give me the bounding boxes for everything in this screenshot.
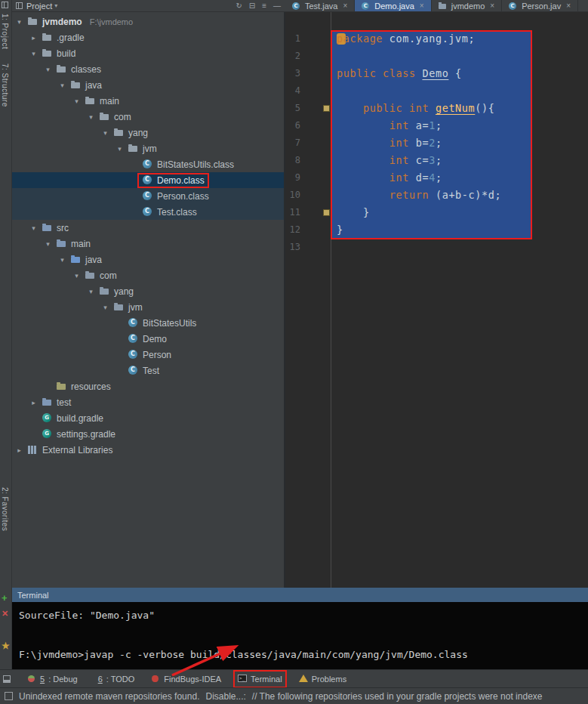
tree-item[interactable]: ▾jvmdemoF:\jvmdemo bbox=[11, 14, 284, 29]
tree-item[interactable]: Test bbox=[11, 363, 284, 378]
terminal-line: F:\jvmdemo>javap -c -verbose build/class… bbox=[19, 645, 588, 665]
hide-icon[interactable]: — bbox=[273, 1, 281, 11]
close-icon[interactable]: × bbox=[343, 2, 347, 10]
tree-item[interactable]: ▾jvm bbox=[11, 299, 284, 315]
tree-item[interactable]: ▾java bbox=[11, 77, 284, 93]
tree-item[interactable]: resources bbox=[11, 378, 284, 394]
editor-tab-jvmdemo[interactable]: jvmdemo× bbox=[432, 0, 502, 11]
tool-window-anchor-icon[interactable] bbox=[3, 675, 11, 683]
line-number[interactable]: 13 bbox=[287, 239, 300, 256]
terminal-panel-header[interactable]: Terminal bbox=[11, 588, 588, 602]
stripe-button-project[interactable]: 1: Project bbox=[1, 14, 9, 49]
tree-item[interactable]: ▸.gradle bbox=[11, 29, 284, 45]
expand-arrow-icon[interactable]: ▸ bbox=[29, 34, 38, 42]
expand-arrow-icon[interactable]: ▾ bbox=[100, 304, 110, 311]
tree-item[interactable]: ▸External Libraries bbox=[11, 442, 284, 458]
stripe-button-structure[interactable]: 7: Structure bbox=[1, 63, 9, 107]
status-detail: // The following repositories used in yo… bbox=[252, 691, 543, 702]
editor-pane[interactable]: 12345678910111213 package com.yang.jvm;p… bbox=[285, 12, 588, 588]
stripe-button-favorites[interactable]: 2: Favorites bbox=[1, 487, 9, 531]
close-icon[interactable]: ✕ bbox=[2, 609, 8, 619]
expand-arrow-icon[interactable]: ▾ bbox=[29, 224, 38, 232]
toolbar-terminal[interactable]: Terminal bbox=[238, 675, 282, 684]
favorites-star-icon[interactable]: ★ bbox=[2, 641, 10, 651]
tree-item[interactable]: Demo bbox=[11, 331, 284, 347]
expand-arrow-icon[interactable]: ▾ bbox=[100, 129, 110, 137]
tree-item[interactable]: ▾classes bbox=[11, 61, 284, 77]
toolbar-todo[interactable]: 6: TODO bbox=[94, 675, 135, 684]
expand-arrow-icon[interactable]: ▸ bbox=[29, 399, 38, 406]
chevron-down-icon[interactable]: ▾ bbox=[54, 2, 57, 9]
collapse-all-icon[interactable]: ⊟ bbox=[249, 1, 255, 11]
line-number[interactable]: 12 bbox=[287, 221, 300, 239]
editor-tab-person-jav[interactable]: Person.jav× bbox=[502, 0, 578, 11]
toolbar-problems[interactable]: Problems bbox=[299, 675, 346, 684]
tree-item[interactable]: ▾src bbox=[11, 220, 284, 236]
tree-item[interactable]: ▾main bbox=[11, 236, 284, 252]
gutter-icon[interactable] bbox=[323, 209, 330, 216]
toolbar-findbugs-idea[interactable]: FindBugs-IDEA bbox=[151, 675, 221, 684]
tree-item[interactable]: Test.class bbox=[11, 204, 284, 220]
project-tree[interactable]: ▾jvmdemoF:\jvmdemo▸.gradle▾build▾classes… bbox=[11, 12, 285, 588]
expand-arrow-icon[interactable]: ▾ bbox=[86, 288, 96, 295]
tree-node: .gradle bbox=[38, 32, 88, 44]
tree-item-hint: F:\jvmdemo bbox=[90, 17, 133, 26]
tree-item[interactable]: Person.class bbox=[11, 188, 284, 204]
gutter-icon[interactable] bbox=[323, 105, 330, 112]
tree-item[interactable]: ▾yang bbox=[11, 283, 284, 299]
line-number[interactable]: 7 bbox=[287, 134, 300, 152]
close-icon[interactable]: × bbox=[566, 2, 571, 10]
tree-item[interactable]: build.gradle bbox=[11, 410, 284, 426]
expand-arrow-icon[interactable]: ▸ bbox=[14, 446, 24, 454]
settings-icon[interactable]: ≡ bbox=[262, 1, 266, 11]
tree-item[interactable]: BitStatesUtils bbox=[11, 315, 284, 331]
line-number[interactable]: 5 bbox=[287, 100, 300, 117]
tree-item[interactable]: Demo.class bbox=[11, 172, 284, 188]
tree-item[interactable]: ▸test bbox=[11, 394, 284, 410]
close-icon[interactable]: × bbox=[420, 2, 424, 10]
tree-node: BitStatesUtils bbox=[125, 317, 199, 329]
tree-item[interactable]: ▾jvm bbox=[11, 140, 284, 156]
expand-arrow-icon[interactable]: ▾ bbox=[14, 18, 24, 26]
editor-tab-demo-java[interactable]: Demo.java× bbox=[355, 0, 431, 11]
expand-arrow-icon[interactable]: ▾ bbox=[43, 240, 53, 248]
expand-arrow-icon[interactable]: ▾ bbox=[29, 50, 38, 57]
sync-icon[interactable]: ↻ bbox=[236, 1, 242, 11]
expand-arrow-icon[interactable]: ▾ bbox=[43, 66, 53, 73]
tree-item[interactable]: ▾java bbox=[11, 252, 284, 267]
code-lines[interactable]: package com.yang.jvm;public class Demo {… bbox=[331, 30, 501, 256]
close-icon[interactable]: × bbox=[490, 2, 494, 10]
expand-arrow-icon[interactable]: ▾ bbox=[57, 82, 67, 89]
tree-item[interactable]: ▾yang bbox=[11, 125, 284, 140]
toolbar-debug[interactable]: 5: Debug bbox=[27, 675, 78, 684]
tool-window-switcher-icon[interactable] bbox=[2, 2, 8, 8]
expand-arrow-icon[interactable]: ▾ bbox=[57, 256, 67, 264]
tree-item[interactable]: ▾build bbox=[11, 45, 284, 61]
tree-item[interactable]: settings.gradle bbox=[11, 426, 284, 442]
disable-link[interactable]: Disable...: bbox=[205, 691, 245, 702]
add-icon[interactable]: + bbox=[2, 592, 8, 604]
tree-item[interactable]: BitStatesUtils.class bbox=[11, 156, 284, 172]
line-number[interactable]: 1 bbox=[287, 30, 300, 48]
line-number[interactable]: 3 bbox=[287, 65, 300, 82]
editor-tab-test-java[interactable]: Test.java× bbox=[285, 0, 355, 11]
tree-item[interactable]: ▾com bbox=[11, 109, 284, 125]
line-number[interactable]: 2 bbox=[287, 48, 300, 65]
status-bar-icon[interactable] bbox=[5, 692, 13, 700]
tree-item[interactable]: Person bbox=[11, 347, 284, 363]
terminal-lines[interactable]: SourceFile: "Demo.java"F:\jvmdemo>javap … bbox=[11, 602, 588, 669]
line-number[interactable]: 8 bbox=[287, 152, 300, 169]
expand-arrow-icon[interactable]: ▾ bbox=[86, 113, 96, 121]
line-number[interactable]: 10 bbox=[287, 187, 300, 204]
expand-arrow-icon[interactable]: ▾ bbox=[72, 97, 82, 105]
line-number[interactable]: 4 bbox=[287, 82, 300, 100]
project-panel-title[interactable]: Project bbox=[26, 2, 52, 11]
expand-arrow-icon[interactable]: ▾ bbox=[115, 145, 125, 153]
line-number[interactable]: 11 bbox=[287, 204, 300, 221]
line-number[interactable]: 9 bbox=[287, 169, 300, 187]
tree-item[interactable]: ▾main bbox=[11, 93, 284, 109]
expand-arrow-icon[interactable]: ▾ bbox=[72, 272, 82, 279]
terminal-panel: Terminal SourceFile: "Demo.java"F:\jvmde… bbox=[11, 588, 588, 669]
tree-item[interactable]: ▾com bbox=[11, 267, 284, 283]
line-number[interactable]: 6 bbox=[287, 117, 300, 134]
